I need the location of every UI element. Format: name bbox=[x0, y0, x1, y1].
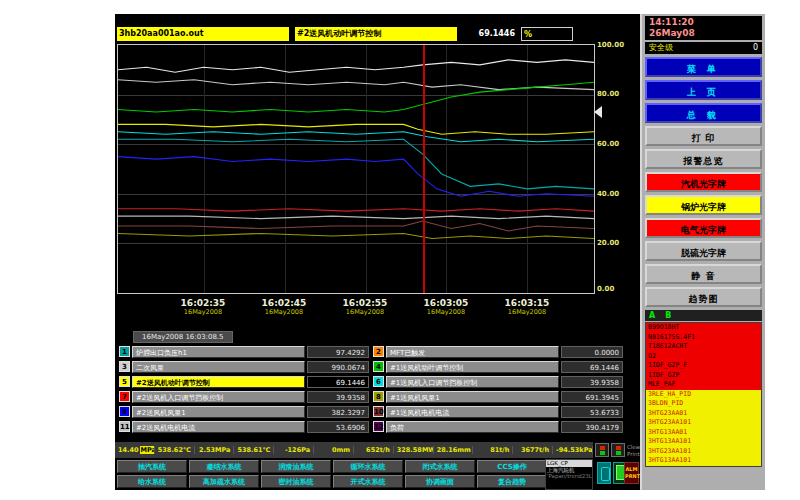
y-tick-label: 40.00 bbox=[597, 190, 637, 198]
status-value: 2.53MPa bbox=[195, 446, 235, 454]
alarm-tab-row[interactable]: A B bbox=[645, 310, 762, 321]
pen-color-swatch: 6 bbox=[373, 376, 384, 387]
alarm-tag[interactable]: O2 bbox=[646, 352, 761, 362]
status-value: 81t/h bbox=[473, 446, 513, 454]
pen-color-swatch: 2 bbox=[373, 346, 384, 357]
nav-button-feedwater-system[interactable]: 给水系统 bbox=[117, 475, 187, 488]
nav-button-ccs-operation[interactable]: CCS操作 bbox=[477, 460, 547, 473]
alarm-tag[interactable]: B99O18HT bbox=[646, 323, 761, 333]
status-value: 3677t/h bbox=[513, 446, 553, 454]
legend-row-10[interactable]: 10 #1送风机电机电流 53.6733 bbox=[373, 405, 623, 418]
status-value: 14.40MPa bbox=[115, 446, 155, 454]
electrical-annunciator-button[interactable]: 电气光字牌 bbox=[645, 218, 762, 238]
tab-b[interactable]: B bbox=[665, 310, 671, 321]
message-console[interactable]: LGK_CP 上海汽轮机 'Papan/trend23L.TREND43.mc' bbox=[545, 459, 593, 490]
pen-color-swatch: 11 bbox=[119, 421, 130, 432]
x-tick: 16:02:3516May2008 bbox=[181, 298, 226, 316]
legend-row-2[interactable]: 2 MFT已触发 0.0000 bbox=[373, 345, 623, 358]
status-value: -126Pa bbox=[274, 446, 314, 454]
legend-row-8[interactable]: 8 #1送风机风量1 691.3945 bbox=[373, 390, 623, 403]
trend-button[interactable]: 趋势图 bbox=[645, 287, 762, 307]
alarm-tag[interactable]: N016175S.4F1 bbox=[646, 333, 761, 343]
alarm-tag[interactable]: 3HTG23AA101 bbox=[646, 418, 761, 428]
status-value: 28.16mm bbox=[434, 446, 474, 454]
status-value: 652t/h bbox=[354, 446, 394, 454]
status-value: 538.61℃ bbox=[234, 446, 274, 454]
time-cursor[interactable] bbox=[423, 45, 425, 293]
nav-button-closed-water-system[interactable]: 闭式水系统 bbox=[405, 460, 475, 473]
y-tick-label: 60.00 bbox=[597, 140, 637, 148]
cursor-timestamp: 16May2008 16:03:08.5 bbox=[133, 331, 233, 343]
legend-row-4[interactable]: 4 #1送风机动叶调节控制 69.1446 bbox=[373, 360, 623, 373]
status-indicator[interactable] bbox=[611, 443, 625, 457]
y-tick-label: 0.00 bbox=[597, 285, 637, 293]
status-value: 538.62℃ bbox=[155, 446, 195, 454]
nav-button-coordination-display[interactable]: 协调画面 bbox=[405, 475, 475, 488]
alarm-tag[interactable]: 1IDF_GZP bbox=[646, 371, 761, 381]
pen-color-swatch: 5 bbox=[119, 376, 130, 387]
y-tick-label: 80.00 bbox=[597, 90, 637, 98]
boiler-annunciator-button[interactable]: 锅炉光字牌 bbox=[645, 195, 762, 215]
print-button[interactable]: 打 印 bbox=[645, 126, 762, 146]
pen-color-swatch: 4 bbox=[373, 361, 384, 372]
alarm-tag[interactable]: 3HTG23AA01 bbox=[646, 409, 761, 419]
nav-button-condensate-system[interactable]: 凝结水系统 bbox=[189, 460, 259, 473]
nav-button-seal-oil-system[interactable]: 密封油系统 bbox=[261, 475, 331, 488]
nav-button-open-water-system[interactable]: 开式水系统 bbox=[333, 475, 403, 488]
legend-row-3[interactable]: 3 二次风量 990.0674 bbox=[119, 360, 369, 373]
x-tick: 16:02:4516May2008 bbox=[262, 298, 307, 316]
status-indicator[interactable] bbox=[595, 443, 609, 457]
point-tag-field[interactable]: 3hb20aa001ao.out bbox=[117, 27, 289, 41]
scale-marker-arrow-icon[interactable] bbox=[594, 106, 602, 118]
legend-row-5-selected[interactable]: 5 #2送风机动叶调节控制 69.1446 bbox=[119, 375, 369, 388]
alarm-print-button[interactable]: ALMPRNT bbox=[624, 462, 639, 484]
trend-line-furnace-pressure bbox=[118, 60, 594, 72]
turbine-annunciator-button[interactable]: 汽机光字牌 bbox=[645, 172, 762, 192]
plant-status-bar: 14.40MPa 538.62℃ 2.53MPa 538.61℃ -126Pa … bbox=[115, 442, 593, 458]
trend-line-load bbox=[118, 233, 594, 238]
alarm-tag[interactable]: T18E12ACHT bbox=[646, 342, 761, 352]
nav-button-hp-heater-drain[interactable]: 高加疏水系统 bbox=[189, 475, 259, 488]
point-value-field: 69.1446 bbox=[461, 27, 517, 41]
network-icon[interactable] bbox=[597, 462, 611, 484]
trend-line-fan2-flow bbox=[118, 157, 594, 197]
point-description-field[interactable]: #2送风机动叶调节控制 bbox=[295, 27, 457, 41]
legend-row-7[interactable]: 7 #2送风机入口调节挡板控制 39.9358 bbox=[119, 390, 369, 403]
security-level: 安全级0 bbox=[645, 42, 762, 54]
pen-color-swatch: 9 bbox=[119, 406, 130, 417]
nav-button-circ-water-system[interactable]: 循环水系统 bbox=[333, 460, 403, 473]
menu-button[interactable]: 菜 单 bbox=[645, 57, 762, 77]
trend-line-fan2-flow-b bbox=[118, 139, 594, 189]
trend-line-fan1-blade bbox=[118, 82, 594, 112]
legend-row-1[interactable]: 1 炉膛出口负压h1 97.4292 bbox=[119, 345, 369, 358]
alarm-tag[interactable]: 3HTG13AA01 bbox=[646, 428, 761, 438]
nav-button-lube-oil-system[interactable]: 润滑油系统 bbox=[261, 460, 331, 473]
console-line: 'Papan/trend23L.TREND43.mc' bbox=[546, 473, 592, 480]
alarm-summary-button[interactable]: 报警总览 bbox=[645, 149, 762, 169]
alarm-tag[interactable]: 3HTG13AA101 bbox=[646, 437, 761, 447]
point-unit-field: % bbox=[521, 27, 573, 41]
legend-row-12[interactable]: 12 负荷 390.4179 bbox=[373, 420, 623, 433]
pen-color-swatch: 10 bbox=[373, 406, 384, 417]
trend-plot[interactable] bbox=[117, 44, 595, 294]
pen-color-swatch: 1 bbox=[119, 346, 130, 357]
legend-row-6[interactable]: 6 #1送风机入口调节挡板控制 39.9358 bbox=[373, 375, 623, 388]
nav-button-extraction-system[interactable]: 抽汽系统 bbox=[117, 460, 187, 473]
nav-button-composite-trend[interactable]: 复合趋势 bbox=[477, 475, 547, 488]
alarm-tag[interactable]: 3HTG13AA101 bbox=[646, 456, 761, 466]
alarm-tag[interactable]: 3HTG23AA101 bbox=[646, 447, 761, 457]
overview-button[interactable]: 总 貌 bbox=[645, 103, 762, 123]
fgd-annunciator-button[interactable]: 脱硫光字牌 bbox=[645, 241, 762, 261]
legend-row-9[interactable]: 9 #2送风机风量1 382.3297 bbox=[119, 405, 369, 418]
alarm-tag[interactable]: 3BLDN_PID bbox=[646, 399, 761, 409]
legend-row-11[interactable]: 11 #2送风机电机电流 53.6906 bbox=[119, 420, 369, 433]
unit-highlight: MPa bbox=[140, 446, 155, 454]
mute-button[interactable]: 静 音 bbox=[645, 264, 762, 284]
previous-page-button[interactable]: 上 页 bbox=[645, 80, 762, 100]
alarm-tag[interactable]: 3RLE_HA_PID bbox=[646, 390, 761, 400]
alarm-tag[interactable]: MLE_PAF bbox=[646, 380, 761, 390]
alarm-tag[interactable]: 1IDF_GZP_F bbox=[646, 361, 761, 371]
pen-color-swatch: 3 bbox=[119, 361, 130, 372]
tab-a[interactable]: A bbox=[649, 310, 655, 321]
x-tick: 16:03:1516May2008 bbox=[505, 298, 550, 316]
